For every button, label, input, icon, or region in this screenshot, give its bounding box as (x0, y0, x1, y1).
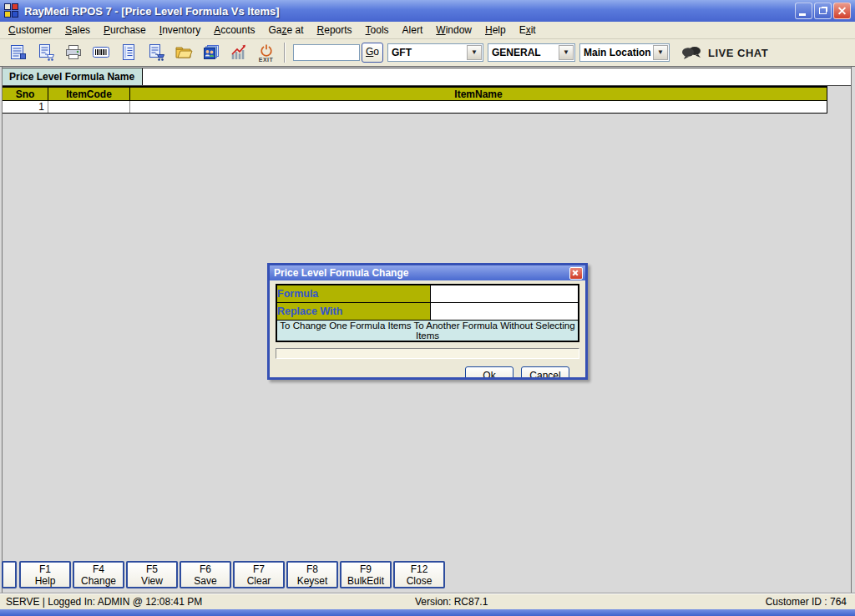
column-header-itemcode: ItemCode (48, 87, 130, 101)
f12-close-button[interactable]: F12Close (393, 561, 445, 588)
dialog-title-bar: Price Level Formula Change (270, 265, 585, 280)
price-level-formula-change-dialog: Price Level Formula Change Formula Repla… (267, 263, 588, 380)
app-logo-icon (4, 3, 19, 18)
ok-button[interactable]: Ok (465, 366, 514, 380)
sales-cart-document-icon[interactable] (34, 40, 57, 65)
exit-power-icon[interactable]: EXIT (255, 40, 277, 65)
menu-purchase[interactable]: Purchase (97, 22, 153, 38)
category-dropdown-value: GENERAL (488, 47, 558, 58)
f8-keyset-button[interactable]: F8Keyset (286, 561, 338, 588)
go-button[interactable]: Go (362, 43, 383, 63)
f6-save-button[interactable]: F6Save (180, 561, 231, 588)
cancel-button[interactable]: Cancel (521, 366, 569, 380)
window-right-edge (851, 67, 852, 609)
chevron-down-icon[interactable]: ▼ (559, 45, 574, 60)
purchase-cart-document-icon[interactable] (144, 40, 167, 65)
window-left-edge (2, 67, 3, 609)
toolbar: EXIT Go GFT ▼ GENERAL ▼ Main Location ▼ … (0, 39, 855, 67)
category-dropdown[interactable]: GENERAL ▼ (488, 43, 575, 62)
f7-clear-button[interactable]: F7Clear (233, 561, 285, 588)
printer-icon[interactable] (62, 40, 84, 65)
close-button[interactable] (833, 3, 851, 19)
dialog-note: To Change One Formula Items To Another F… (276, 321, 579, 342)
dialog-fields-table: Formula Replace With To Change One Formu… (276, 284, 579, 342)
replace-with-label: Replace With (276, 303, 431, 321)
chevron-down-icon[interactable]: ▼ (653, 45, 668, 60)
app-window: RayMedi RPOS 7 - [Price Level Formula Vs… (0, 0, 855, 616)
table-row: 1 (3, 101, 827, 114)
chevron-down-icon[interactable]: ▼ (467, 45, 482, 60)
menu-accounts[interactable]: Accounts (207, 22, 261, 38)
replace-with-input[interactable] (431, 303, 578, 320)
quick-search-input[interactable] (293, 44, 360, 61)
f4-change-button[interactable]: F4Change (73, 561, 124, 588)
report-list-icon[interactable] (117, 40, 139, 65)
f1-help-button[interactable]: F1Help (19, 561, 71, 588)
menu-customer[interactable]: Customer (2, 22, 58, 38)
dialog-close-icon[interactable] (569, 267, 583, 280)
f9-bulkedit-button[interactable]: F9BulkEdit (340, 561, 392, 588)
status-bar: SERVE | Logged In: ADMIN @ 12:08:41 PM V… (0, 593, 855, 610)
live-chat-button[interactable]: LIVE CHAT (681, 45, 768, 60)
formula-label: Formula (276, 285, 431, 303)
billing-register-icon[interactable] (7, 40, 29, 65)
minimize-button[interactable] (795, 3, 812, 19)
blank-function-button[interactable] (2, 561, 17, 588)
menu-exit[interactable]: Exit (513, 22, 543, 38)
price-level-formula-name-tab: Price Level Formula Name (2, 68, 143, 85)
menu-reports[interactable]: Reports (311, 22, 359, 38)
column-header-itemname: ItemName (130, 87, 827, 101)
column-header-sno: Sno (3, 87, 48, 101)
tab-band: Price Level Formula Name (2, 68, 851, 86)
price-level-dropdown-value: GFT (388, 47, 466, 58)
items-grid: Sno ItemCode ItemName 1 (2, 86, 827, 114)
function-key-bar: F1Help F4Change F5View F6Save F7Clear F8… (2, 561, 447, 591)
menu-window[interactable]: Window (429, 22, 478, 38)
cell-itemcode[interactable] (48, 101, 130, 114)
status-version: Version: RC87.1 (415, 596, 488, 608)
progress-bar (276, 348, 579, 359)
dialog-title: Price Level Formula Change (274, 267, 569, 279)
cell-itemname[interactable] (130, 101, 827, 114)
f5-view-button[interactable]: F5View (126, 561, 178, 588)
barcode-icon[interactable] (89, 40, 112, 65)
open-folder-icon[interactable] (172, 40, 195, 65)
contacts-icon[interactable] (200, 40, 222, 65)
menu-help[interactable]: Help (478, 22, 513, 38)
exit-icon-label: EXIT (259, 57, 274, 63)
status-customer-id: Customer ID : 764 (766, 596, 847, 608)
window-bottom-border (0, 609, 855, 616)
menu-bar: Customer Sales Purchase Inventory Accoun… (0, 22, 855, 39)
location-dropdown[interactable]: Main Location ▼ (579, 43, 670, 62)
toolbar-separator (284, 43, 285, 63)
status-logged-in: SERVE | Logged In: ADMIN @ 12:08:41 PM (6, 596, 202, 608)
cell-sno[interactable]: 1 (3, 101, 48, 114)
menu-alert[interactable]: Alert (396, 22, 430, 38)
window-title: RayMedi RPOS 7 - [Price Level Formula Vs… (24, 5, 280, 18)
restore-button[interactable] (814, 3, 832, 19)
menu-inventory[interactable]: Inventory (153, 22, 207, 38)
formula-input[interactable] (431, 285, 578, 302)
location-dropdown-value: Main Location (580, 47, 652, 58)
chat-bubbles-icon (681, 45, 703, 60)
live-chat-label: LIVE CHAT (708, 47, 768, 59)
title-bar: RayMedi RPOS 7 - [Price Level Formula Vs… (0, 0, 855, 22)
chart-trend-icon[interactable] (227, 40, 250, 65)
menu-gaze-at[interactable]: Gaze at (262, 22, 311, 38)
menu-tools[interactable]: Tools (359, 22, 396, 38)
menu-sales[interactable]: Sales (58, 22, 97, 38)
price-level-dropdown[interactable]: GFT ▼ (387, 43, 483, 62)
